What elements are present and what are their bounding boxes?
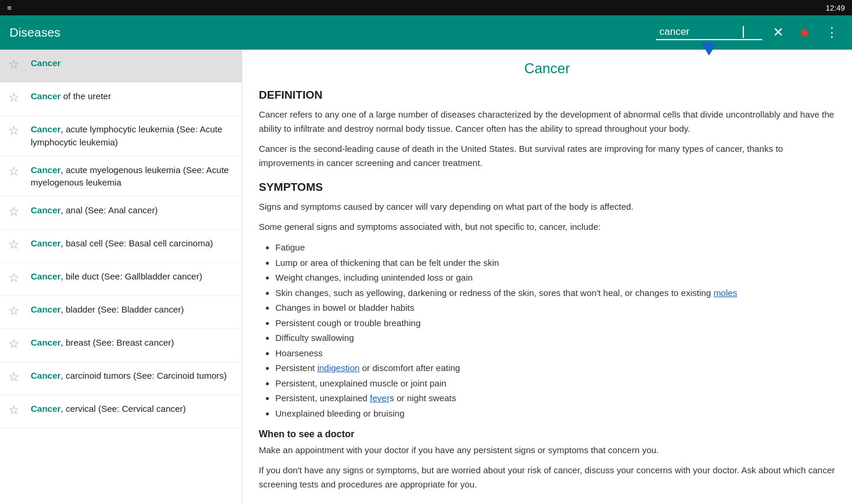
favorite-star-icon[interactable]: ☆ [8,370,25,384]
favorite-star-icon[interactable]: ☆ [8,337,25,351]
list-item-text: Cancer, carcinoid tumors (See: Carcinoid… [31,369,227,382]
list-item-highlight: Cancer [31,58,61,68]
list-item-highlight: Cancer [31,165,61,175]
list-item-highlight: Cancer [31,205,61,215]
list-item[interactable]: ☆Cancer, breast (See: Breast cancer) [0,329,242,362]
when-to-see-heading: When to see a doctor [259,429,835,440]
list-item-highlight: Cancer [31,91,61,101]
status-icons: ≡ [7,4,12,12]
favorite-star-icon[interactable]: ☆ [8,304,25,318]
list-item-highlight: Cancer [31,370,61,381]
list-item-text: Cancer, bladder (See: Bladder cancer) [31,303,184,316]
symptom-item: Persistent cough or trouble breathing [275,316,835,331]
list-item-text: Cancer, acute myelogenous leukemia (See:… [31,164,233,190]
list-item[interactable]: ☆Cancer, carcinoid tumors (See: Carcinoi… [0,362,242,395]
list-item[interactable]: ☆Cancer, bile duct (See: Gallbladder can… [0,263,242,296]
favorite-star-icon[interactable]: ☆ [8,238,25,252]
symptom-item: Unexplained bleeding or bruising [275,406,835,421]
symptom-item: Difficulty swallowing [275,330,835,346]
list-item-text: Cancer, basal cell (See: Basal cell carc… [31,237,213,250]
list-item[interactable]: ☆Cancer [0,50,242,83]
list-item[interactable]: ☆Cancer, anal (See: Anal cancer) [0,197,242,230]
search-dropdown-arrow [701,43,717,56]
list-item-text: Cancer, breast (See: Breast cancer) [31,336,174,349]
definition-heading: DEFINITION [259,89,835,102]
content-title: Cancer [259,60,835,77]
list-item-text: Cancer, acute lymphocytic leukemia (See:… [31,123,233,149]
status-bar-left: ≡ [7,4,12,12]
symptom-item: Persistent, unexplained muscle or joint … [275,376,835,391]
symptom-item: Persistent, unexplained fevers or night … [275,391,835,406]
symptom-item: Fatigue [275,240,835,255]
symptoms-heading: SYMPTOMS [259,181,835,194]
list-item-text: Cancer of the ureter [31,90,111,103]
symptom-item: Weight changes, including unintended los… [275,270,835,285]
close-button[interactable]: ✕ [769,21,787,44]
list-item-highlight: Cancer [31,271,61,281]
when-to-see-para-1: Make an appointment with your doctor if … [259,443,835,457]
symptom-item: Skin changes, such as yellowing, darkeni… [275,285,835,301]
symptoms-list: FatigueLump or area of thickening that c… [275,240,835,421]
symptom-item: Persistent indigestion or discomfort aft… [275,360,835,376]
search-input[interactable] [659,26,742,38]
list-item-highlight: Cancer [31,337,61,347]
list-item[interactable]: ☆Cancer, basal cell (See: Basal cell car… [0,230,242,263]
favorite-star-icon[interactable]: ☆ [8,57,25,71]
status-time: 12:49 [825,4,845,12]
list-item-text: Cancer [31,57,61,70]
sidebar-list: ☆Cancer☆Cancer of the ureter☆Cancer, acu… [0,50,242,504]
when-to-see-para-2: If you don't have any signs or symptoms,… [259,463,835,492]
content-panel: Cancer DEFINITION Cancer refers to any o… [242,50,852,504]
favorite-star-icon[interactable]: ☆ [8,164,25,178]
symptoms-para-1: Signs and symptoms caused by cancer will… [259,200,835,214]
main-content: ☆Cancer☆Cancer of the ureter☆Cancer, acu… [0,50,852,504]
favorite-star-icon[interactable]: ☆ [8,204,25,219]
favorite-button[interactable]: ★ [794,20,815,45]
status-bar: ≡ 12:49 [0,0,852,15]
definition-para-2: Cancer is the second-leading cause of de… [259,142,835,170]
list-item-text: Cancer, cervical (See: Cervical cancer) [31,402,186,415]
toolbar: Diseases ✕ ★ ⋮ [0,15,852,50]
symptoms-para-2: Some general signs and symptoms associat… [259,220,835,234]
definition-para-1: Cancer refers to any one of a large numb… [259,108,835,136]
moles-link[interactable]: moles [714,288,737,298]
list-item[interactable]: ☆Cancer, cervical (See: Cervical cancer) [0,395,242,428]
list-item-highlight: Cancer [31,404,61,414]
list-item[interactable]: ☆Cancer, bladder (See: Bladder cancer) [0,296,242,329]
symptom-item: Hoarseness [275,346,835,361]
fever-link[interactable]: fever [370,393,389,403]
search-cursor [743,26,744,38]
list-item-highlight: Cancer [31,304,61,314]
favorite-star-icon[interactable]: ☆ [8,271,25,285]
list-item-highlight: Cancer [31,238,61,248]
list-item[interactable]: ☆Cancer, acute myelogenous leukemia (See… [0,157,242,197]
list-item[interactable]: ☆Cancer, acute lymphocytic leukemia (See… [0,116,242,157]
list-item-text: Cancer, anal (See: Anal cancer) [31,204,158,217]
favorite-star-icon[interactable]: ☆ [8,403,25,417]
symptom-item: Changes in bowel or bladder habits [275,300,835,316]
list-item-highlight: Cancer [31,124,61,134]
favorite-star-icon[interactable]: ☆ [8,123,25,138]
toolbar-title: Diseases [9,25,649,40]
list-item[interactable]: ☆Cancer of the ureter [0,83,242,116]
symptom-item: Lump or area of thickening that can be f… [275,255,835,271]
list-item-text: Cancer, bile duct (See: Gallbladder canc… [31,270,202,283]
search-box[interactable] [656,25,762,40]
favorite-star-icon[interactable]: ☆ [8,90,25,105]
more-options-button[interactable]: ⋮ [822,21,843,44]
indigestion-link[interactable]: indigestion [317,363,360,373]
